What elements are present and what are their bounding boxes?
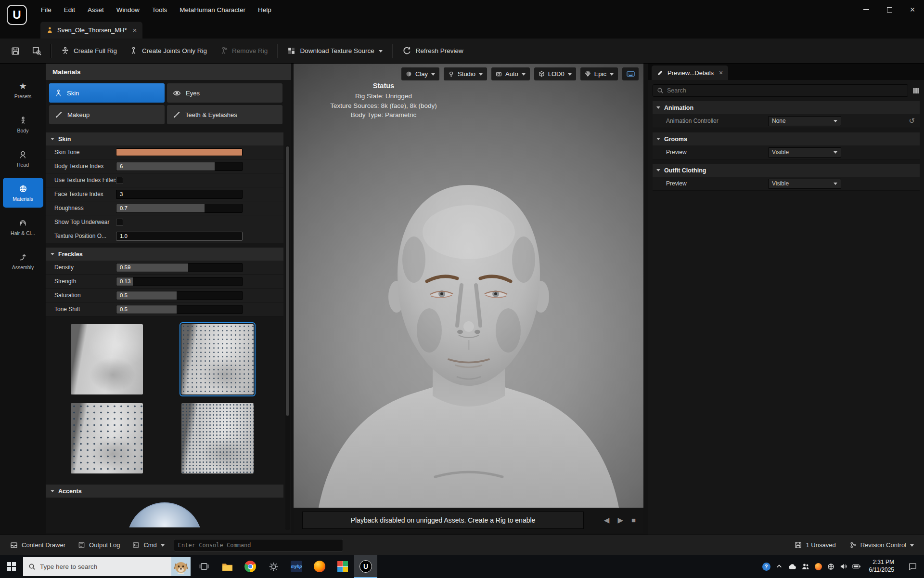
network-globe-icon[interactable] [827,563,834,570]
taskbar-search-input[interactable] [40,563,191,570]
outfit-preview-dropdown[interactable]: Visible [768,179,841,189]
firefox-button[interactable] [308,555,331,578]
exposure-dropdown[interactable]: Auto [491,67,530,80]
details-search-input[interactable] [667,87,904,94]
skin-section-header[interactable]: Skin [46,132,283,145]
skin-tone-swatch[interactable] [116,148,243,156]
accents-section-header[interactable]: Accents [46,485,283,498]
menu-tools[interactable]: Tools [146,0,174,19]
grooms-section-header[interactable]: Grooms [653,132,920,145]
prev-frame-button[interactable]: ◀ [604,516,610,525]
tone-shift-slider[interactable]: 0.5 [116,305,243,314]
content-drawer-button[interactable]: Content Drawer [5,538,71,552]
create-full-rig-button[interactable]: Create Full Rig [55,41,123,61]
console-command-box[interactable] [174,539,343,552]
create-joints-only-rig-button[interactable]: Create Joints Only Rig [123,41,213,61]
category-eyes-button[interactable]: Eyes [167,83,282,103]
refresh-preview-button[interactable]: Refresh Preview [396,41,470,61]
rail-item-materials[interactable]: Materials [3,178,43,208]
stop-button[interactable]: ■ [631,516,636,525]
output-log-button[interactable]: Output Log [73,538,125,552]
menu-metahuman-character[interactable]: MetaHuman Character [173,0,252,19]
density-slider[interactable]: 0.59 [116,263,243,272]
face-texture-index-slider[interactable]: 3 [116,190,243,199]
viewport-render-area[interactable]: Clay Studio Auto LOD0 [294,64,643,508]
unreal-logo-icon[interactable]: U [7,5,27,25]
keyboard-shortcuts-button[interactable] [622,67,639,80]
use-texture-index-filters-checkbox[interactable] [116,177,123,184]
unreal-engine-taskbar-button[interactable]: U [354,555,377,578]
play-button[interactable]: ▶ [617,516,623,525]
freckle-preset-4[interactable] [181,403,254,473]
download-texture-source-button[interactable]: Download Texture Source [281,41,388,61]
task-view-button[interactable] [192,555,216,578]
outfit-clothing-section-header[interactable]: Outfit Clothing [653,164,920,177]
accents-preview[interactable] [46,498,283,527]
show-top-underwear-checkbox[interactable] [116,219,123,226]
texture-position-offset-input[interactable]: 1.0 [116,232,243,241]
minimize-button[interactable] [855,0,878,19]
freckle-preset-3[interactable] [71,403,143,473]
body-texture-index-slider[interactable]: 6 [116,162,243,171]
category-makeup-button[interactable]: Makeup [49,105,165,124]
freckle-preset-2-selected[interactable] [181,324,254,394]
reset-to-default-icon[interactable]: ↺ [909,117,915,125]
saturation-slider[interactable]: 0.5 [116,291,243,300]
materials-scrollbar[interactable] [285,145,290,530]
save-button[interactable] [5,41,26,61]
lod-dropdown[interactable]: LOD0 [534,67,576,80]
rail-item-body[interactable]: Body [3,109,43,139]
revision-control-button[interactable]: Revision Control [844,538,919,552]
tab-close-icon[interactable]: × [133,26,137,34]
action-center-button[interactable] [903,555,922,578]
speaker-icon[interactable] [840,563,847,570]
taskbar-search-box[interactable] [23,557,191,576]
menu-file[interactable]: File [35,0,58,19]
menu-window[interactable]: Window [110,0,146,19]
maximize-button[interactable] [878,0,901,19]
grooms-preview-dropdown[interactable]: Visible [768,147,841,158]
rail-item-head[interactable]: Head [3,144,43,173]
onedrive-cloud-icon[interactable] [788,563,796,570]
hp-support-button[interactable]: myhp [285,555,308,578]
close-button[interactable]: × [901,0,924,19]
settings-button[interactable] [262,555,285,578]
menu-asset[interactable]: Asset [81,0,110,19]
view-options-icon[interactable] [912,87,920,94]
menu-help[interactable]: Help [252,0,278,19]
file-explorer-button[interactable] [216,555,239,578]
photos-button[interactable] [331,555,354,578]
firefox-tray-icon[interactable] [815,563,822,570]
people-tray-icon[interactable] [802,563,809,570]
taskbar-clock[interactable]: 2:31 PM 6/11/2025 [869,559,895,574]
rail-item-presets[interactable]: ★ Presets [3,75,43,105]
freckles-section-header[interactable]: Freckles [46,248,283,261]
scrollbar-thumb[interactable] [286,146,289,416]
rail-item-assembly[interactable]: Assembly [3,246,43,276]
roughness-slider[interactable]: 0.7 [116,204,243,213]
lighting-dropdown[interactable]: Studio [444,67,487,80]
tab-close-icon[interactable]: × [719,69,723,77]
animation-section-header[interactable]: Animation [653,101,920,114]
cmd-dropdown-button[interactable]: Cmd [127,538,169,552]
asset-tab[interactable]: Sven_Ole_Thorsen_MH* × [40,22,142,39]
remove-rig-button[interactable]: Remove Rig [213,41,274,61]
quality-dropdown[interactable]: Epic [580,67,618,80]
category-skin-button[interactable]: Skin [49,83,165,103]
category-teeth-eyelashes-button[interactable]: Teeth & Eyelashes [167,105,282,124]
browse-asset-button[interactable] [26,41,48,61]
start-button[interactable] [0,555,23,578]
render-mode-dropdown[interactable]: Clay [401,67,439,80]
console-command-input[interactable] [178,542,339,549]
menu-edit[interactable]: Edit [58,0,81,19]
battery-icon[interactable] [852,564,860,569]
details-search-box[interactable] [653,84,908,97]
tray-expand-chevron-icon[interactable] [776,563,783,570]
preview-details-tab[interactable]: Preview...Details × [652,66,728,80]
animation-controller-dropdown[interactable]: None [768,116,841,126]
unsaved-changes-button[interactable]: 1 Unsaved [789,538,841,552]
rail-item-hair-and-clothing[interactable]: Hair & Cl... [3,212,43,242]
strength-slider[interactable]: 0.13 [116,277,243,286]
hp-help-tray-icon[interactable]: ? [762,563,770,571]
freckle-preset-1[interactable] [71,324,143,394]
